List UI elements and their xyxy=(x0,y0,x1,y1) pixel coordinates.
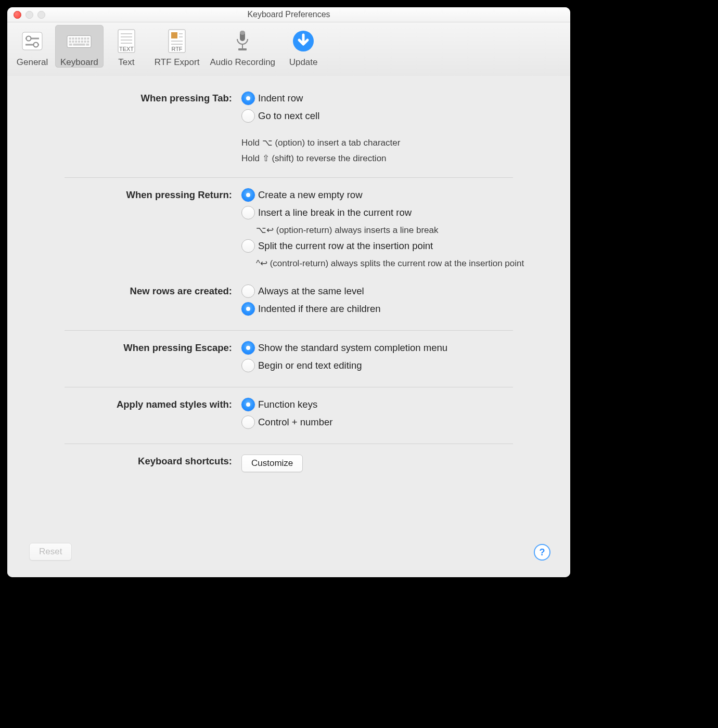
label-pressing-return: When pressing Return: xyxy=(23,188,232,201)
tab-update[interactable]: Update xyxy=(280,25,326,68)
help-button[interactable]: ? xyxy=(534,544,550,561)
svg-rect-12 xyxy=(87,37,89,40)
radio-insert-line-break[interactable]: Insert a line break in the current row xyxy=(241,206,524,219)
svg-rect-30 xyxy=(171,32,177,38)
radio-icon xyxy=(241,92,255,105)
radio-label: Go to next cell xyxy=(258,110,319,122)
svg-rect-19 xyxy=(87,41,89,43)
radio-always-same-level[interactable]: Always at the same level xyxy=(241,284,381,298)
label-new-rows-created: New rows are created: xyxy=(23,284,232,297)
radio-label: Insert a line break in the current row xyxy=(258,207,412,218)
microphone-icon xyxy=(229,28,255,54)
tab-general[interactable]: General xyxy=(9,25,55,68)
reset-area: Reset xyxy=(29,543,72,561)
tab-audio-recording[interactable]: Audio Recording xyxy=(204,25,280,68)
svg-rect-39 xyxy=(238,48,247,50)
hint-text: ^↩ (control-return) always splits the cu… xyxy=(256,257,524,270)
question-mark-icon: ? xyxy=(540,547,545,558)
hint-text: Hold ⇧ (shift) to reverse the direction xyxy=(241,152,400,165)
svg-text:RTF: RTF xyxy=(171,46,182,52)
tab-text[interactable]: TEXT Text xyxy=(104,25,149,68)
tab-keyboard[interactable]: Keyboard xyxy=(55,25,104,68)
divider xyxy=(65,330,513,331)
button-label: Reset xyxy=(39,547,62,556)
tab-label: General xyxy=(17,57,48,68)
radio-begin-end-editing[interactable]: Begin or end text editing xyxy=(241,359,447,372)
svg-rect-7 xyxy=(72,37,74,40)
content-area: When pressing Tab: Indent row Go to next… xyxy=(7,76,570,577)
tab-label: Text xyxy=(118,57,134,68)
radio-label: Control + number xyxy=(258,417,332,428)
download-arrow-icon xyxy=(290,28,316,54)
rtf-file-icon: RTF xyxy=(164,28,190,54)
svg-rect-6 xyxy=(69,37,71,40)
radio-control-plus-number[interactable]: Control + number xyxy=(241,415,332,429)
svg-rect-14 xyxy=(72,41,74,43)
radio-icon xyxy=(241,206,255,219)
svg-text:TEXT: TEXT xyxy=(119,46,134,52)
svg-rect-8 xyxy=(75,37,78,40)
svg-rect-17 xyxy=(81,41,83,43)
radio-icon xyxy=(241,284,255,298)
label-pressing-escape: When pressing Escape: xyxy=(23,341,232,354)
tab-label: Keyboard xyxy=(60,57,98,68)
tab-label: Audio Recording xyxy=(210,57,275,68)
svg-point-4 xyxy=(34,43,39,47)
hint-text: ⌥↩ (option-return) always inserts a line… xyxy=(256,224,524,237)
svg-rect-13 xyxy=(69,41,71,43)
divider xyxy=(65,387,513,387)
customize-button[interactable]: Customize xyxy=(241,454,303,472)
radio-go-to-next-cell[interactable]: Go to next cell xyxy=(241,109,400,123)
radio-label: Show the standard system completion menu xyxy=(258,342,447,354)
label-apply-named-styles: Apply named styles with: xyxy=(23,398,232,410)
radio-icon xyxy=(241,415,255,429)
radio-icon xyxy=(241,109,255,123)
radio-split-current-row[interactable]: Split the current row at the insertion p… xyxy=(241,239,524,253)
radio-label: Split the current row at the insertion p… xyxy=(258,240,433,252)
tab-label: RTF Export xyxy=(155,57,200,68)
svg-rect-37 xyxy=(240,31,245,35)
radio-icon xyxy=(241,341,255,355)
radio-icon xyxy=(241,398,255,411)
radio-icon xyxy=(241,302,255,316)
svg-rect-21 xyxy=(73,44,85,46)
radio-label: Indented if there are children xyxy=(258,303,381,315)
sliders-icon xyxy=(19,28,45,54)
radio-function-keys[interactable]: Function keys xyxy=(241,398,332,411)
titlebar: Keyboard Preferences xyxy=(7,7,570,22)
keyboard-icon xyxy=(66,28,92,54)
radio-indented-if-children[interactable]: Indented if there are children xyxy=(241,302,381,316)
svg-rect-11 xyxy=(84,37,86,40)
svg-rect-18 xyxy=(84,41,86,43)
svg-point-3 xyxy=(27,36,31,41)
radio-icon xyxy=(241,188,255,202)
label-pressing-tab: When pressing Tab: xyxy=(23,92,232,104)
radio-label: Function keys xyxy=(258,399,317,410)
svg-rect-22 xyxy=(86,44,89,46)
radio-label: Create a new empty row xyxy=(258,189,363,201)
radio-label: Always at the same level xyxy=(258,285,364,297)
radio-icon xyxy=(241,359,255,372)
preferences-window: Keyboard Preferences General Keyboard TE… xyxy=(7,7,570,577)
radio-label: Indent row xyxy=(258,93,303,104)
divider xyxy=(65,444,513,444)
svg-rect-10 xyxy=(81,37,83,40)
svg-rect-15 xyxy=(75,41,78,43)
radio-create-new-empty-row[interactable]: Create a new empty row xyxy=(241,188,524,202)
svg-rect-0 xyxy=(22,32,42,50)
button-label: Customize xyxy=(251,458,293,468)
radio-label: Begin or end text editing xyxy=(258,360,362,371)
radio-indent-row[interactable]: Indent row xyxy=(241,92,400,105)
window-title: Keyboard Preferences xyxy=(7,10,570,19)
svg-rect-9 xyxy=(78,37,80,40)
hint-text: Hold ⌥ (option) to insert a tab characte… xyxy=(241,136,400,150)
text-file-icon: TEXT xyxy=(113,28,139,54)
label-keyboard-shortcuts: Keyboard shortcuts: xyxy=(23,454,232,467)
tab-rtf-export[interactable]: RTF RTF Export xyxy=(149,25,205,68)
tab-label: Update xyxy=(289,57,318,68)
radio-icon xyxy=(241,239,255,253)
reset-button[interactable]: Reset xyxy=(29,543,72,561)
toolbar: General Keyboard TEXT Text RTF RTF Expor… xyxy=(7,22,570,79)
radio-show-completion-menu[interactable]: Show the standard system completion menu xyxy=(241,341,447,355)
svg-rect-20 xyxy=(69,44,72,46)
